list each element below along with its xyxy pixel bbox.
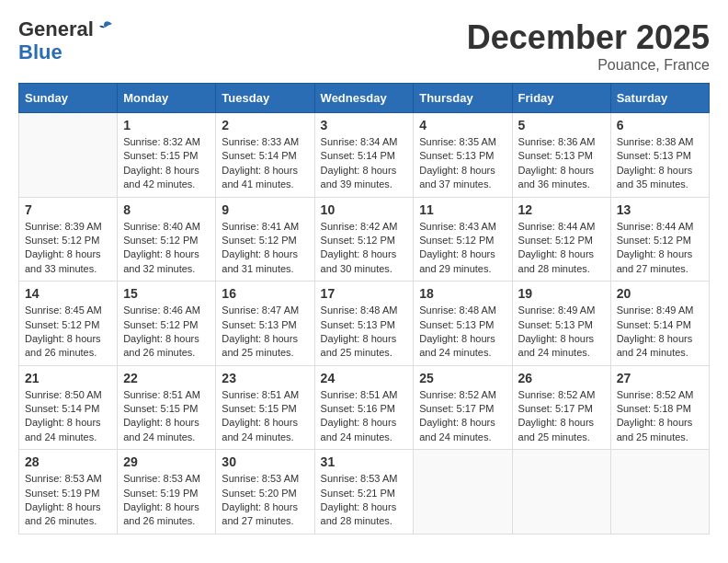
logo-blue: Blue bbox=[18, 41, 114, 63]
day-number: 29 bbox=[123, 454, 210, 469]
day-info: Sunrise: 8:35 AM Sunset: 5:13 PM Dayligh… bbox=[419, 135, 506, 192]
calendar-cell: 19Sunrise: 8:49 AM Sunset: 5:13 PM Dayli… bbox=[512, 282, 610, 366]
day-info: Sunrise: 8:51 AM Sunset: 5:16 PM Dayligh… bbox=[321, 388, 408, 445]
calendar-cell: 29Sunrise: 8:53 AM Sunset: 5:19 PM Dayli… bbox=[118, 450, 216, 534]
day-info: Sunrise: 8:51 AM Sunset: 5:15 PM Dayligh… bbox=[123, 388, 210, 445]
day-info: Sunrise: 8:49 AM Sunset: 5:14 PM Dayligh… bbox=[617, 304, 703, 361]
col-wednesday: Wednesday bbox=[314, 84, 414, 113]
day-number: 16 bbox=[222, 286, 308, 301]
calendar-cell: 10Sunrise: 8:42 AM Sunset: 5:12 PM Dayli… bbox=[314, 197, 414, 282]
day-info: Sunrise: 8:33 AM Sunset: 5:14 PM Dayligh… bbox=[222, 135, 308, 192]
logo-general: General bbox=[18, 18, 114, 41]
day-number: 19 bbox=[518, 286, 605, 301]
calendar-cell: 11Sunrise: 8:43 AM Sunset: 5:12 PM Dayli… bbox=[414, 197, 512, 282]
calendar-cell: 13Sunrise: 8:44 AM Sunset: 5:12 PM Dayli… bbox=[610, 197, 709, 282]
day-number: 25 bbox=[419, 371, 506, 385]
col-thursday: Thursday bbox=[414, 84, 512, 113]
calendar-header-row: Sunday Monday Tuesday Wednesday Thursday… bbox=[19, 84, 710, 113]
day-number: 12 bbox=[518, 202, 605, 217]
calendar-cell: 12Sunrise: 8:44 AM Sunset: 5:12 PM Dayli… bbox=[512, 197, 610, 282]
calendar-cell: 20Sunrise: 8:49 AM Sunset: 5:14 PM Dayli… bbox=[610, 282, 709, 366]
day-info: Sunrise: 8:53 AM Sunset: 5:21 PM Dayligh… bbox=[321, 472, 408, 529]
day-info: Sunrise: 8:50 AM Sunset: 5:14 PM Dayligh… bbox=[25, 388, 111, 445]
day-number: 15 bbox=[123, 286, 210, 301]
calendar-cell: 7Sunrise: 8:39 AM Sunset: 5:12 PM Daylig… bbox=[19, 197, 118, 282]
calendar-cell: 27Sunrise: 8:52 AM Sunset: 5:18 PM Dayli… bbox=[610, 365, 709, 450]
calendar-week-4: 28Sunrise: 8:53 AM Sunset: 5:19 PM Dayli… bbox=[19, 450, 710, 534]
day-info: Sunrise: 8:43 AM Sunset: 5:12 PM Dayligh… bbox=[419, 220, 506, 277]
day-info: Sunrise: 8:45 AM Sunset: 5:12 PM Dayligh… bbox=[25, 304, 111, 361]
day-info: Sunrise: 8:51 AM Sunset: 5:15 PM Dayligh… bbox=[222, 388, 308, 445]
logo-bird-icon bbox=[96, 20, 114, 37]
calendar-cell: 14Sunrise: 8:45 AM Sunset: 5:12 PM Dayli… bbox=[19, 282, 118, 366]
calendar-cell: 25Sunrise: 8:52 AM Sunset: 5:17 PM Dayli… bbox=[414, 365, 512, 450]
calendar-cell: 30Sunrise: 8:53 AM Sunset: 5:20 PM Dayli… bbox=[216, 450, 314, 534]
day-info: Sunrise: 8:46 AM Sunset: 5:12 PM Dayligh… bbox=[123, 304, 210, 361]
day-info: Sunrise: 8:44 AM Sunset: 5:12 PM Dayligh… bbox=[518, 220, 605, 277]
day-number: 10 bbox=[321, 202, 408, 217]
day-number: 17 bbox=[321, 286, 408, 301]
day-info: Sunrise: 8:38 AM Sunset: 5:13 PM Dayligh… bbox=[617, 135, 703, 192]
calendar-cell: 28Sunrise: 8:53 AM Sunset: 5:19 PM Dayli… bbox=[19, 450, 118, 534]
day-number: 9 bbox=[222, 202, 308, 217]
day-number: 28 bbox=[25, 454, 111, 469]
calendar-cell: 15Sunrise: 8:46 AM Sunset: 5:12 PM Dayli… bbox=[118, 282, 216, 366]
day-number: 20 bbox=[617, 286, 703, 301]
day-number: 4 bbox=[419, 118, 506, 132]
day-info: Sunrise: 8:40 AM Sunset: 5:12 PM Dayligh… bbox=[123, 220, 210, 277]
calendar-cell bbox=[610, 450, 709, 534]
calendar-cell: 17Sunrise: 8:48 AM Sunset: 5:13 PM Dayli… bbox=[314, 282, 414, 366]
col-sunday: Sunday bbox=[19, 84, 118, 113]
calendar-week-3: 21Sunrise: 8:50 AM Sunset: 5:14 PM Dayli… bbox=[19, 365, 710, 450]
title-area: December 2025 Pouance, France bbox=[467, 18, 710, 74]
day-number: 22 bbox=[123, 371, 210, 385]
day-info: Sunrise: 8:36 AM Sunset: 5:13 PM Dayligh… bbox=[518, 135, 605, 192]
day-number: 6 bbox=[617, 118, 703, 132]
day-number: 1 bbox=[123, 118, 210, 132]
calendar-cell bbox=[512, 450, 610, 534]
day-info: Sunrise: 8:44 AM Sunset: 5:12 PM Dayligh… bbox=[617, 220, 703, 277]
calendar-week-1: 7Sunrise: 8:39 AM Sunset: 5:12 PM Daylig… bbox=[19, 197, 710, 282]
day-number: 27 bbox=[617, 371, 703, 385]
calendar-cell: 5Sunrise: 8:36 AM Sunset: 5:13 PM Daylig… bbox=[512, 113, 610, 198]
calendar-week-0: 1Sunrise: 8:32 AM Sunset: 5:15 PM Daylig… bbox=[19, 113, 710, 198]
calendar-cell: 31Sunrise: 8:53 AM Sunset: 5:21 PM Dayli… bbox=[314, 450, 414, 534]
day-number: 18 bbox=[419, 286, 506, 301]
logo: General Blue bbox=[18, 18, 114, 63]
calendar-cell: 8Sunrise: 8:40 AM Sunset: 5:12 PM Daylig… bbox=[118, 197, 216, 282]
col-saturday: Saturday bbox=[610, 84, 709, 113]
calendar-cell: 23Sunrise: 8:51 AM Sunset: 5:15 PM Dayli… bbox=[216, 365, 314, 450]
day-info: Sunrise: 8:47 AM Sunset: 5:13 PM Dayligh… bbox=[222, 304, 308, 361]
calendar-cell: 24Sunrise: 8:51 AM Sunset: 5:16 PM Dayli… bbox=[314, 365, 414, 450]
day-info: Sunrise: 8:52 AM Sunset: 5:17 PM Dayligh… bbox=[518, 388, 605, 445]
day-info: Sunrise: 8:39 AM Sunset: 5:12 PM Dayligh… bbox=[25, 220, 111, 277]
day-number: 5 bbox=[518, 118, 605, 132]
calendar-week-2: 14Sunrise: 8:45 AM Sunset: 5:12 PM Dayli… bbox=[19, 282, 710, 366]
calendar-cell: 9Sunrise: 8:41 AM Sunset: 5:12 PM Daylig… bbox=[216, 197, 314, 282]
day-info: Sunrise: 8:52 AM Sunset: 5:17 PM Dayligh… bbox=[419, 388, 506, 445]
day-number: 26 bbox=[518, 371, 605, 385]
day-number: 24 bbox=[321, 371, 408, 385]
calendar-cell bbox=[19, 113, 118, 198]
day-number: 11 bbox=[419, 202, 506, 217]
calendar-cell: 21Sunrise: 8:50 AM Sunset: 5:14 PM Dayli… bbox=[19, 365, 118, 450]
day-info: Sunrise: 8:49 AM Sunset: 5:13 PM Dayligh… bbox=[518, 304, 605, 361]
day-info: Sunrise: 8:32 AM Sunset: 5:15 PM Dayligh… bbox=[123, 135, 210, 192]
month-title: December 2025 bbox=[467, 18, 710, 57]
day-info: Sunrise: 8:53 AM Sunset: 5:19 PM Dayligh… bbox=[123, 472, 210, 529]
page-header: General Blue December 2025 Pouance, Fran… bbox=[18, 18, 710, 74]
day-number: 2 bbox=[222, 118, 308, 132]
day-info: Sunrise: 8:41 AM Sunset: 5:12 PM Dayligh… bbox=[222, 220, 308, 277]
day-info: Sunrise: 8:48 AM Sunset: 5:13 PM Dayligh… bbox=[419, 304, 506, 361]
day-number: 7 bbox=[25, 202, 111, 217]
calendar-cell: 1Sunrise: 8:32 AM Sunset: 5:15 PM Daylig… bbox=[118, 113, 216, 198]
calendar-cell: 18Sunrise: 8:48 AM Sunset: 5:13 PM Dayli… bbox=[414, 282, 512, 366]
location: Pouance, France bbox=[467, 57, 710, 74]
day-info: Sunrise: 8:34 AM Sunset: 5:14 PM Dayligh… bbox=[321, 135, 408, 192]
day-info: Sunrise: 8:52 AM Sunset: 5:18 PM Dayligh… bbox=[617, 388, 703, 445]
day-number: 13 bbox=[617, 202, 703, 217]
day-info: Sunrise: 8:48 AM Sunset: 5:13 PM Dayligh… bbox=[321, 304, 408, 361]
day-number: 21 bbox=[25, 371, 111, 385]
col-friday: Friday bbox=[512, 84, 610, 113]
calendar-cell: 6Sunrise: 8:38 AM Sunset: 5:13 PM Daylig… bbox=[610, 113, 709, 198]
